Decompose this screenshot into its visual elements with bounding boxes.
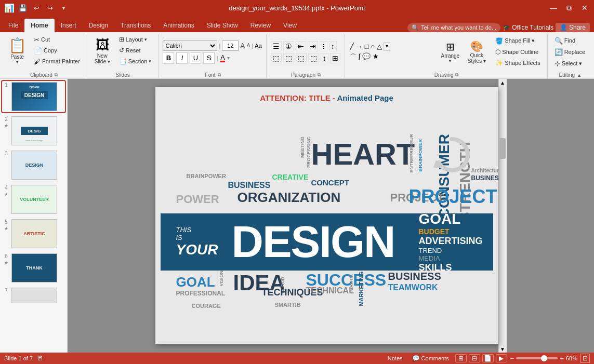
slide-thumb-5[interactable]: 5 ★ ARTISTIC xyxy=(2,218,65,249)
word-brainpower: BRAINPOWER xyxy=(187,173,226,179)
slide-thumb-2[interactable]: 2 ★ DESIG hand cursor image xyxy=(2,115,65,146)
restore-btn[interactable]: ⧉ xyxy=(564,3,574,13)
office-tutorials-btn[interactable]: 🎓Office Tutorials xyxy=(503,24,553,31)
slide-thumb-3[interactable]: 3 DESIGN xyxy=(2,150,65,181)
shape-freeform-btn[interactable]: ∫ xyxy=(358,52,361,62)
canvas-area[interactable]: ATTENTION: TITLE - Animated Page THIS IS… xyxy=(68,79,594,353)
bold-btn[interactable]: B xyxy=(163,52,174,64)
shape-outline-btn[interactable]: ⬡Shape Outline xyxy=(493,47,543,57)
strikethrough-btn[interactable]: S xyxy=(203,52,215,64)
tab-insert[interactable]: Insert xyxy=(55,19,83,32)
align-left-btn[interactable]: ⬚ xyxy=(271,53,282,63)
font-size-input[interactable] xyxy=(222,41,239,51)
fit-slide-btn[interactable]: ⊡ xyxy=(580,354,590,363)
align-right-btn[interactable]: ⬚ xyxy=(296,53,307,63)
copy-btn[interactable]: 📄Copy xyxy=(31,45,83,56)
slide-canvas[interactable]: ATTENTION: TITLE - Animated Page THIS IS… xyxy=(155,87,498,344)
shape-rect-btn[interactable]: □ xyxy=(364,42,369,51)
font-color-btn[interactable]: A xyxy=(220,54,225,62)
clipboard-expand[interactable]: ⧉ xyxy=(55,72,58,78)
tab-view[interactable]: View xyxy=(277,19,303,32)
undo-quick-btn[interactable]: ↩ xyxy=(31,3,42,13)
scroll-down-btn[interactable]: ▼ xyxy=(499,345,506,353)
font-expand[interactable]: ⧉ xyxy=(218,72,221,78)
font-size-up-btn[interactable]: A xyxy=(240,42,245,50)
drawing-expand[interactable]: ⧉ xyxy=(455,72,458,78)
underline-btn[interactable]: U xyxy=(190,52,201,64)
tab-design[interactable]: Design xyxy=(83,19,114,32)
italic-btn[interactable]: I xyxy=(176,52,188,64)
cut-btn[interactable]: ✂Cut xyxy=(31,34,83,45)
columns-btn[interactable]: ⫶ xyxy=(320,41,327,51)
smart-art-btn[interactable]: ⊞ xyxy=(330,53,340,63)
replace-btn[interactable]: 🔄Replace xyxy=(552,47,588,57)
reset-btn[interactable]: ↺Reset xyxy=(116,45,154,55)
shape-fill-btn[interactable]: 🪣Shape Fill ▾ xyxy=(493,36,543,46)
minimize-btn[interactable]: — xyxy=(548,3,559,13)
tab-home[interactable]: Home xyxy=(24,19,54,32)
shape-circle-btn[interactable]: ○ xyxy=(371,42,376,51)
customize-quick-btn[interactable]: ▾ xyxy=(58,3,69,13)
scroll-track[interactable] xyxy=(499,86,506,345)
quick-styles-btn[interactable]: 🎨 Quick Styles ▾ xyxy=(464,36,490,68)
scroll-thumb[interactable] xyxy=(499,138,506,159)
slideshow-view-btn[interactable]: ▶ xyxy=(496,354,507,362)
decrease-indent-btn[interactable]: ⇤ xyxy=(296,41,306,51)
layout-btn[interactable]: ⊞Layout▾ xyxy=(116,34,154,44)
align-center-btn[interactable]: ⬚ xyxy=(283,53,294,63)
shape-effects-btn[interactable]: ✨Shape Effects xyxy=(493,58,543,68)
clear-format-btn[interactable]: Aa xyxy=(255,43,261,49)
justify-btn[interactable]: ⬚ xyxy=(308,53,319,63)
comments-btn[interactable]: 💬 Comments xyxy=(409,354,452,362)
shape-triangle-btn[interactable]: △ xyxy=(376,42,382,51)
close-btn[interactable]: ✕ xyxy=(579,3,590,13)
select-btn[interactable]: ⊹Select ▾ xyxy=(552,58,588,69)
shape-curve-btn[interactable]: ⌒ xyxy=(349,52,357,62)
reading-view-btn[interactable]: 📄 xyxy=(482,354,494,362)
bullets-btn[interactable]: ☰ xyxy=(271,41,282,51)
numbering-btn[interactable]: ① xyxy=(283,41,294,51)
share-btn[interactable]: 👤Share xyxy=(556,23,590,32)
slide-sorter-btn[interactable]: ⊟ xyxy=(469,354,480,362)
paragraph-expand[interactable]: ⧉ xyxy=(318,72,321,78)
find-btn[interactable]: 🔍Find xyxy=(552,35,588,46)
shape-callout-btn[interactable]: 💬 xyxy=(362,52,371,62)
line-spacing-btn[interactable]: ↕ xyxy=(321,53,328,63)
new-slide-btn[interactable]: 🖼 New Slide ▾ xyxy=(90,34,114,66)
slide-thumb-1[interactable]: 1 DESIGN DESIGN xyxy=(2,81,65,112)
format-painter-btn[interactable]: 🖌Format Painter xyxy=(31,56,83,66)
shapes-more-btn[interactable]: ▾ xyxy=(384,42,390,51)
tab-review[interactable]: Review xyxy=(244,19,277,32)
zoom-in-btn[interactable]: + xyxy=(560,355,564,362)
shape-line-btn[interactable]: ╱ xyxy=(349,42,354,51)
slide-thumb-7[interactable]: 7 xyxy=(2,287,65,304)
notes-btn[interactable]: Notes xyxy=(385,355,406,362)
tab-transitions[interactable]: Transitions xyxy=(114,19,157,32)
slide-thumb-4[interactable]: 4 ★ VOLUNTEER xyxy=(2,184,65,215)
ribbon-tabs: File Home Insert Design Transitions Anim… xyxy=(0,16,594,32)
font-size-down-btn[interactable]: A xyxy=(247,43,250,48)
scroll-up-btn[interactable]: ▲ xyxy=(499,79,506,86)
zoom-slider[interactable] xyxy=(516,357,558,359)
section-btn[interactable]: 📑Section▾ xyxy=(116,57,154,66)
font-family-select[interactable]: Calibri xyxy=(163,41,217,51)
shape-star-btn[interactable]: ★ xyxy=(372,52,379,62)
tab-animations[interactable]: Animations xyxy=(157,19,200,32)
shape-arrow-btn[interactable]: → xyxy=(355,42,363,51)
tell-me-box[interactable]: 🔍 Tell me what you want to do... xyxy=(407,23,500,32)
tab-file[interactable]: File xyxy=(2,19,24,32)
v-scrollbar[interactable]: ▲ ▼ xyxy=(498,79,507,353)
text-direction-btn[interactable]: ↕ xyxy=(329,41,337,51)
font-color-dropdown[interactable]: ▾ xyxy=(227,55,230,61)
save-quick-btn[interactable]: 💾 xyxy=(18,3,28,13)
normal-view-btn[interactable]: ⊞ xyxy=(455,354,467,362)
zoom-out-btn[interactable]: − xyxy=(510,355,514,362)
ribbon-collapse-btn[interactable]: ▲ xyxy=(577,73,582,78)
tab-slideshow[interactable]: Slide Show xyxy=(201,19,244,32)
slide-thumb-6[interactable]: 6 ★ THANK xyxy=(2,252,65,284)
increase-indent-btn[interactable]: ⇥ xyxy=(308,41,318,51)
redo-quick-btn[interactable]: ↪ xyxy=(45,3,55,13)
zoom-thumb[interactable] xyxy=(541,355,547,361)
paste-btn[interactable]: 📋 Paste ▾ xyxy=(5,34,29,66)
arrange-btn[interactable]: ⊞ Arrange ▾ xyxy=(440,36,460,68)
